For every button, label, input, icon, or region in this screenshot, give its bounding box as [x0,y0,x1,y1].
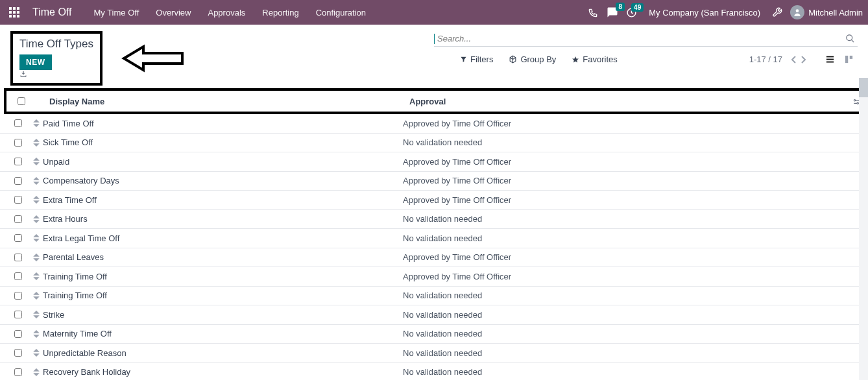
list-view-button[interactable] [821,52,839,67]
row-checkbox[interactable] [14,215,22,223]
cell-display-name: Sick Time Off [43,137,403,147]
table-row[interactable]: Compensatory Days Approved by Time Off O… [0,172,868,191]
table-row[interactable]: Unpaid Approved by Time Off Officer [0,152,868,172]
pager-prev[interactable] [791,56,797,64]
filters-button[interactable]: Filters [460,54,493,64]
cell-display-name: Extra Hours [43,214,403,224]
column-approval[interactable]: Approval [409,97,862,106]
cell-display-name: Recovery Bank Holiday [43,367,403,377]
search-input[interactable] [436,31,843,46]
table-header-annotation-box: Display Name Approval [4,88,864,114]
nav-approvals[interactable]: Approvals [200,1,253,24]
drag-handle-icon[interactable] [30,330,43,338]
pager-next[interactable] [801,56,806,64]
activity-view-button[interactable] [840,52,858,67]
control-panel: Time Off Types NEW Filters [0,25,868,86]
drag-handle-icon[interactable] [30,234,43,242]
drag-handle-icon[interactable] [30,177,43,185]
cell-display-name: Training Time Off [43,291,403,300]
cell-display-name: Training Time Off [43,272,403,281]
debug-icon[interactable] [772,7,782,18]
row-checkbox[interactable] [14,330,22,338]
messages-badge: 8 [616,3,625,11]
table-row[interactable]: Recovery Bank Holiday No validation need… [0,363,868,381]
table-row[interactable]: Extra Legal Time Off No validation neede… [0,229,868,248]
pager-text[interactable]: 1-17 / 17 [749,54,782,64]
page-title: Time Off Types [19,38,93,51]
phone-icon[interactable] [588,7,599,18]
svg-point-8 [854,100,855,101]
drag-handle-icon[interactable] [30,368,43,376]
table-row[interactable]: Paid Time Off Approved by Time Off Offic… [0,114,868,134]
row-checkbox[interactable] [14,311,22,318]
drag-handle-icon[interactable] [30,272,43,280]
cell-display-name: Extra Legal Time Off [43,233,403,243]
nav-overview[interactable]: Overview [148,1,199,24]
new-button[interactable]: NEW [19,54,52,70]
import-icon[interactable] [19,70,93,78]
drag-handle-icon[interactable] [30,196,43,204]
row-checkbox[interactable] [14,196,22,204]
activities-badge: 49 [631,3,644,12]
nav-my-time-off[interactable]: My Time Off [86,1,147,24]
row-checkbox[interactable] [14,177,22,185]
cell-display-name: Paid Time Off [43,119,403,128]
table-row[interactable]: Training Time Off No validation needed [0,287,868,306]
row-checkbox[interactable] [14,234,22,242]
row-checkbox[interactable] [14,349,22,357]
nav-links: My Time Off Overview Approvals Reporting… [86,1,374,24]
favorites-button[interactable]: Favorites [572,54,617,64]
drag-handle-icon[interactable] [30,119,43,127]
table-row[interactable]: Unpredictable Reason No validation neede… [0,344,868,363]
table-row[interactable]: Maternity Time Off No validation needed [0,325,868,344]
user-menu[interactable]: Mitchell Admin [790,5,863,19]
favorites-label: Favorites [583,54,617,64]
row-checkbox[interactable] [14,272,22,280]
column-display-name[interactable]: Display Name [49,97,409,106]
table-row[interactable]: Extra Hours No validation needed [0,210,868,230]
cell-approval: No validation needed [403,214,868,224]
scrollbar[interactable] [859,78,868,380]
drag-handle-icon[interactable] [30,215,43,223]
table-row[interactable]: Training Time Off Approved by Time Off O… [0,267,868,287]
svg-rect-7 [850,56,852,59]
table-row[interactable]: Sick Time Off No validation needed [0,134,868,153]
user-name: Mitchell Admin [808,8,863,18]
search-icon[interactable] [843,31,858,46]
avatar [790,5,804,19]
search-bar[interactable] [434,31,858,47]
groupby-button[interactable]: Group By [509,54,556,64]
row-checkbox[interactable] [14,254,22,261]
table-row[interactable]: Strike No validation needed [0,305,868,325]
table-row[interactable]: Parental Leaves Approved by Time Off Off… [0,248,868,268]
cell-approval: No validation needed [403,367,868,377]
cell-display-name: Strike [43,310,403,320]
table-row[interactable]: Extra Time Off Approved by Time Off Offi… [0,191,868,210]
cell-approval: Approved by Time Off Officer [403,176,868,185]
cell-approval: No validation needed [403,348,868,358]
company-selector[interactable]: My Company (San Francisco) [645,8,764,18]
row-checkbox[interactable] [14,368,22,376]
drag-handle-icon[interactable] [30,139,43,147]
nav-configuration[interactable]: Configuration [308,1,374,24]
row-checkbox[interactable] [14,158,22,165]
drag-handle-icon[interactable] [30,311,43,318]
activities-icon[interactable]: 49 [626,7,637,18]
select-all-checkbox[interactable] [18,97,25,105]
nav-reporting[interactable]: Reporting [254,1,306,24]
cell-approval: No validation needed [403,329,868,338]
scrollbar-thumb[interactable] [859,78,868,97]
messages-icon[interactable]: 8 [607,6,618,18]
app-name[interactable]: Time Off [26,6,78,18]
apps-menu-icon[interactable] [5,3,23,21]
row-checkbox[interactable] [14,119,22,127]
drag-handle-icon[interactable] [30,254,43,261]
svg-rect-5 [826,62,834,63]
drag-handle-icon[interactable] [30,292,43,300]
row-checkbox[interactable] [14,292,22,300]
row-checkbox[interactable] [14,139,22,147]
svg-rect-4 [826,59,834,60]
list-view: Display Name Approval Paid Time Off Appr… [0,88,868,380]
drag-handle-icon[interactable] [30,158,43,165]
drag-handle-icon[interactable] [30,349,43,357]
